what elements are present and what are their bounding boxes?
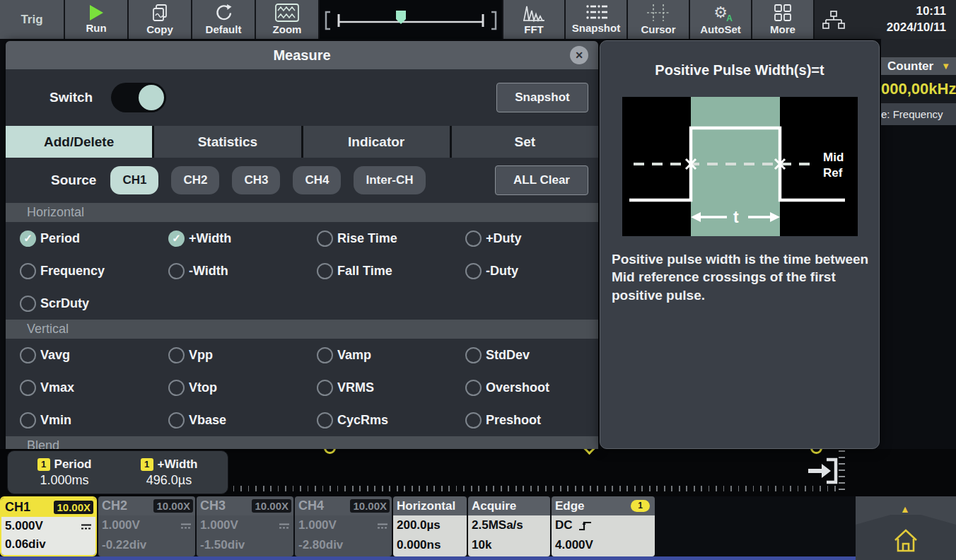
measure-option-nduty[interactable]: -Duty bbox=[465, 255, 598, 287]
copy-button[interactable]: Copy bbox=[129, 0, 191, 39]
measurement-label: +Width bbox=[158, 457, 198, 472]
network-icon[interactable] bbox=[822, 9, 846, 30]
more-button[interactable]: More bbox=[752, 0, 813, 39]
source-inter-ch[interactable]: Inter-CH bbox=[354, 166, 425, 194]
cursor-crosshair-icon bbox=[647, 4, 670, 22]
pulse-width-diagram-icon: Mid Ref t bbox=[622, 97, 858, 236]
autoset-button[interactable]: ⚙ A AutoSet bbox=[690, 0, 751, 39]
channel3-status[interactable]: CH3 10.00X 1.000V -1.50div bbox=[197, 496, 293, 556]
bottom-right-panel: ▲ bbox=[856, 496, 956, 560]
timebase-value: 200.0µs bbox=[397, 519, 441, 532]
acquire-status[interactable]: Acquire 2.5MSa/s 10k bbox=[468, 496, 550, 556]
measure-option-vmin[interactable]: Vmin bbox=[20, 404, 168, 436]
channel1-status[interactable]: CH1 10.00X 5.000V 0.06div bbox=[0, 496, 97, 556]
channel-scale: 1.000V bbox=[298, 519, 337, 532]
play-icon bbox=[90, 5, 103, 21]
measure-option-preshoot[interactable]: Preshoot bbox=[465, 404, 598, 436]
counter-sidebar: Counter ▼ 000,00kHz e: Frequency bbox=[881, 39, 956, 450]
measure-option-nwidth[interactable]: -Width bbox=[168, 255, 317, 287]
probe-ratio-badge: 10.00X bbox=[252, 499, 291, 513]
checkbox-icon bbox=[168, 263, 185, 279]
home-button[interactable] bbox=[892, 526, 920, 556]
source-ch3[interactable]: CH3 bbox=[232, 166, 280, 194]
snapshot-toolbar-button[interactable]: Snapshot bbox=[566, 0, 626, 39]
tab-set[interactable]: Set bbox=[452, 126, 598, 158]
dialog-title: Measure bbox=[273, 47, 330, 64]
snapshot-label: Snapshot bbox=[572, 22, 620, 34]
snapshot-button[interactable]: Snapshot bbox=[496, 83, 588, 112]
gear-icon: ⚙ bbox=[713, 4, 728, 21]
channel4-status[interactable]: CH4 10.00X 1.000V -2.80div bbox=[295, 496, 392, 556]
run-button[interactable]: Run bbox=[65, 0, 127, 39]
channel-offset: -2.80div bbox=[298, 539, 343, 552]
checkbox-icon bbox=[317, 347, 333, 363]
fft-spectrum-icon bbox=[523, 4, 545, 22]
tab-add-delete[interactable]: Add/Delete bbox=[6, 126, 152, 158]
option-label: Period bbox=[40, 231, 80, 246]
checkbox-icon bbox=[168, 380, 185, 396]
option-label: Vpp bbox=[189, 348, 213, 363]
measure-option-vmax[interactable]: Vmax bbox=[20, 371, 168, 404]
measure-option-frequency[interactable]: Frequency bbox=[20, 255, 168, 287]
collapse-up-button[interactable]: ▲ bbox=[900, 503, 910, 515]
measure-option-vtop[interactable]: Vtop bbox=[168, 371, 317, 404]
measure-option-pwidth[interactable]: ✓ +Width bbox=[168, 222, 317, 255]
trig-button[interactable]: Trig bbox=[0, 0, 64, 39]
measure-option-vamp[interactable]: Vamp bbox=[317, 339, 465, 371]
clock-time: 10:11 bbox=[887, 4, 946, 19]
trigger-position-indicator[interactable] bbox=[803, 456, 840, 489]
sidebar-spacer bbox=[881, 39, 956, 57]
measure-option-period[interactable]: ✓ Period bbox=[20, 222, 168, 255]
autoset-label: AutoSet bbox=[700, 23, 741, 35]
measure-option-overshoot[interactable]: Overshoot bbox=[465, 371, 598, 404]
option-label: Overshoot bbox=[486, 380, 549, 395]
source-ch1[interactable]: CH1 bbox=[110, 166, 158, 194]
option-label: Vbase bbox=[189, 413, 226, 428]
timeline-position-widget[interactable] bbox=[320, 0, 502, 39]
zoom-button[interactable]: Zoom bbox=[256, 0, 318, 39]
measure-option-fall-time[interactable]: Fall Time bbox=[317, 255, 465, 287]
all-clear-button[interactable]: ALL Clear bbox=[495, 165, 588, 195]
measure-option-vbase[interactable]: Vbase bbox=[168, 404, 317, 436]
horizontal-section-header: Horizontal bbox=[6, 203, 598, 222]
counter-dropdown[interactable]: Counter ▼ bbox=[881, 57, 956, 75]
measure-option-stddev[interactable]: StdDev bbox=[465, 339, 598, 371]
measurement-pwidth[interactable]: 1 +Width 496.0µs bbox=[117, 454, 221, 491]
measure-option-rise-time[interactable]: Rise Time bbox=[317, 222, 465, 255]
checkbox-icon bbox=[465, 380, 482, 396]
channel-scale: 1.000V bbox=[200, 519, 238, 532]
measurement-period[interactable]: 1 Period 1.000ms bbox=[12, 454, 117, 491]
horizontal-status[interactable]: Horizontal 200.0µs 0.000ns bbox=[393, 496, 467, 556]
measure-option-scrduty[interactable]: ScrDuty bbox=[20, 287, 168, 320]
channel-badge: 1 bbox=[37, 458, 50, 471]
tab-indicator[interactable]: Indicator bbox=[303, 126, 450, 158]
channel-name: CH4 bbox=[298, 498, 324, 513]
fft-button[interactable]: FFT bbox=[503, 0, 564, 39]
channel2-status[interactable]: CH2 10.00X 1.000V -0.22div bbox=[98, 496, 195, 556]
delay-value: 0.000ns bbox=[397, 539, 441, 552]
measurement-label: Period bbox=[54, 457, 92, 472]
source-row: Source CH1 CH2 CH3 CH4 Inter-CH ALL Clea… bbox=[6, 158, 598, 203]
copy-label: Copy bbox=[146, 23, 173, 35]
channel-name: CH1 bbox=[5, 500, 30, 515]
close-button[interactable]: ✕ bbox=[570, 46, 588, 64]
measure-option-vrms[interactable]: VRMS bbox=[317, 371, 465, 404]
checkbox-icon bbox=[20, 263, 36, 279]
measure-option-vavg[interactable]: Vavg bbox=[20, 339, 168, 371]
trigger-status[interactable]: Edge 1 DC 4.000V bbox=[552, 496, 655, 556]
source-ch2[interactable]: CH2 bbox=[171, 166, 219, 194]
source-ch4[interactable]: CH4 bbox=[293, 166, 341, 194]
default-button[interactable]: Default bbox=[192, 0, 255, 39]
checkbox-icon bbox=[317, 263, 333, 279]
counter-source: e: Frequency bbox=[881, 103, 956, 125]
measure-option-pduty[interactable]: +Duty bbox=[465, 222, 598, 255]
tab-statistics[interactable]: Statistics bbox=[154, 126, 301, 158]
dc-coupling-icon bbox=[180, 523, 192, 530]
measure-option-cycrms[interactable]: CycRms bbox=[317, 404, 465, 436]
measure-switch-toggle[interactable] bbox=[111, 83, 166, 112]
probe-ratio-badge: 10.00X bbox=[153, 499, 193, 513]
sample-rate-value: 2.5MSa/s bbox=[472, 519, 523, 532]
measure-option-vpp[interactable]: Vpp bbox=[168, 339, 317, 371]
checkbox-icon bbox=[20, 412, 36, 428]
cursor-button[interactable]: Cursor bbox=[628, 0, 689, 39]
